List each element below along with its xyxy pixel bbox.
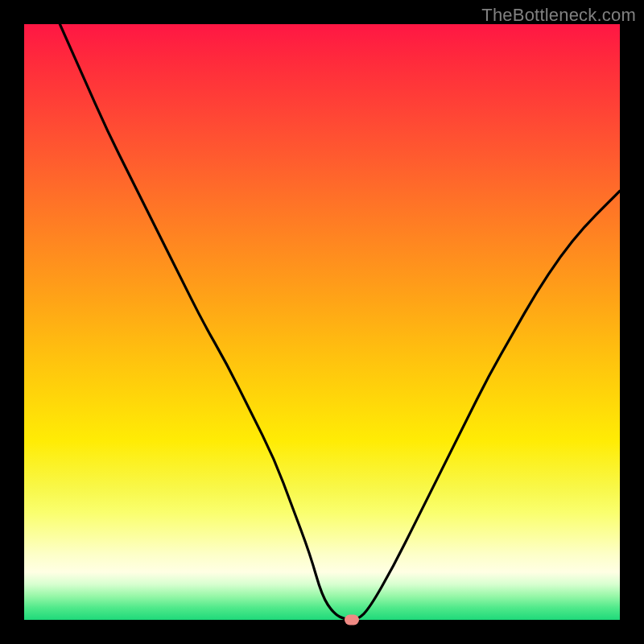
watermark-text: TheBottleneck.com bbox=[481, 5, 636, 26]
chart-frame: TheBottleneck.com bbox=[0, 0, 644, 644]
bottleneck-curve bbox=[24, 24, 620, 620]
optimal-point-marker bbox=[345, 615, 359, 625]
plot-area bbox=[24, 24, 620, 620]
